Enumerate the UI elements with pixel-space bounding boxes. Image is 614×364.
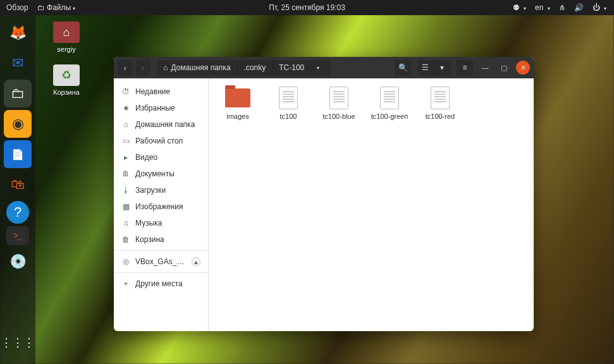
sidebar-item-label: Видео — [135, 153, 157, 162]
plus-icon: + — [121, 279, 130, 288]
sidebar-item-label: VBox_GAs_… — [135, 257, 184, 266]
file-item[interactable]: tc100-blue — [315, 87, 363, 120]
show-applications[interactable]: ⋮⋮⋮ — [4, 329, 32, 356]
dock-software[interactable]: 🛍 — [4, 171, 32, 198]
accessibility-icon[interactable]: ⚉ ▾ — [513, 3, 526, 12]
text-file-icon — [427, 87, 453, 109]
dock-files[interactable]: 🗀 — [4, 80, 32, 107]
search-button[interactable]: 🔍 — [395, 60, 411, 75]
file-label: tc100-green — [365, 112, 414, 120]
sidebar-home[interactable]: ⌂Домашняя папка — [114, 116, 208, 133]
file-manager-window: ‹ › ⌂Домашняя папка .conky TC-100 ▾ 🔍 ☰ … — [114, 57, 534, 331]
sidebar-starred[interactable]: ★Избранные — [114, 100, 208, 116]
chevron-down-icon: ▾ — [317, 65, 319, 71]
text-file-icon — [326, 87, 352, 109]
breadcrumb-current[interactable]: TC-100 ▾ — [273, 60, 331, 75]
desktop-home-folder[interactable]: ⌂ sergiy — [44, 21, 89, 53]
maximize-button[interactable]: ▢ — [497, 61, 511, 75]
file-grid[interactable]: images tc100 tc100-blue tc100-green tc10… — [209, 78, 534, 331]
home-folder-icon: ⌂ — [53, 21, 80, 43]
sidebar-downloads[interactable]: ⭳Загрузки — [114, 182, 208, 198]
desktop-icon-label: sergiy — [44, 46, 89, 53]
text-file-icon — [275, 87, 302, 109]
sidebar-item-label: Изображения — [135, 202, 183, 211]
sidebar-item-label: Документы — [135, 169, 175, 178]
file-label: tc100 — [264, 112, 312, 120]
power-icon[interactable]: ⏻ ▾ — [593, 3, 606, 12]
file-item[interactable]: tc100 — [264, 87, 312, 120]
folder-icon: 🗀 — [37, 3, 47, 12]
sidebar-item-label: Домашняя папка — [135, 120, 195, 129]
sidebar-documents[interactable]: 🗎Документы — [114, 166, 208, 182]
dock-terminal[interactable]: >_ — [6, 226, 29, 245]
sidebar-trash[interactable]: 🗑Корзина — [114, 231, 208, 248]
desktop-icons: ⌂ sergiy ♻ Корзина — [44, 21, 89, 107]
sidebar-item-label: Рабочий стол — [135, 136, 183, 145]
breadcrumb: ⌂Домашняя папка .conky TC-100 ▾ — [157, 60, 331, 75]
sidebar-recent[interactable]: ⏱Недавние — [114, 83, 208, 100]
dock-writer[interactable]: 📄 — [4, 140, 32, 168]
minimize-button[interactable]: — — [478, 61, 492, 75]
dock-help[interactable]: ? — [6, 201, 29, 224]
sidebar-item-label: Корзина — [135, 235, 164, 244]
sidebar-item-label: Загрузки — [135, 186, 166, 195]
folder-icon — [224, 87, 251, 109]
sidebar-item-label: Музыка — [135, 219, 162, 228]
breadcrumb-segment[interactable]: .conky — [238, 60, 273, 75]
activities-button[interactable]: Обзор — [6, 3, 28, 12]
video-icon: ▸ — [121, 153, 130, 162]
sidebar-mount[interactable]: ◎VBox_GAs_… ▲ — [114, 253, 208, 270]
view-options-button[interactable]: ▾ — [434, 60, 450, 75]
dock-thunderbird[interactable]: ✉ — [4, 49, 32, 77]
music-icon: ♫ — [121, 219, 130, 228]
file-label: tc100-red — [416, 112, 464, 120]
home-icon: ⌂ — [163, 63, 168, 72]
dock: 🦊 ✉ 🗀 ◉ 📄 🛍 ? >_ 💿 ⋮⋮⋮ — [0, 15, 35, 364]
file-label: images — [214, 112, 262, 120]
network-icon[interactable]: ⋔ — [559, 3, 565, 12]
volume-icon[interactable]: 🔊 — [574, 3, 584, 12]
hamburger-menu[interactable]: ≡ — [457, 60, 473, 75]
disc-icon: ◎ — [121, 257, 130, 266]
download-icon: ⭳ — [121, 186, 130, 195]
folder-item[interactable]: images — [214, 87, 262, 120]
sidebar-item-label: Другие места — [135, 279, 183, 288]
document-icon: 🗎 — [121, 169, 130, 178]
close-button[interactable]: ✕ — [516, 61, 530, 75]
dock-rhythmbox[interactable]: ◉ — [4, 110, 32, 138]
trash-icon: 🗑 — [121, 235, 130, 244]
sidebar: ⏱Недавние ★Избранные ⌂Домашняя папка ▭Ра… — [114, 78, 209, 331]
view-list-button[interactable]: ☰ — [417, 60, 434, 75]
desktop-trash[interactable]: ♻ Корзина — [44, 64, 89, 96]
nav-forward-button[interactable]: › — [135, 60, 150, 75]
separator — [114, 272, 208, 273]
app-menu[interactable]: 🗀 Файлы▾ — [37, 3, 75, 12]
desktop-icon: ▭ — [121, 136, 130, 145]
sidebar-item-label: Недавние — [135, 87, 170, 96]
eject-button[interactable]: ▲ — [192, 257, 200, 266]
nav-back-button[interactable]: ‹ — [118, 60, 133, 75]
clock-icon: ⏱ — [121, 87, 130, 96]
sidebar-videos[interactable]: ▸Видео — [114, 149, 208, 166]
keyboard-layout[interactable]: en ▾ — [535, 3, 550, 12]
sidebar-other-places[interactable]: +Другие места — [114, 276, 208, 292]
pictures-icon: ▦ — [121, 202, 130, 211]
home-icon: ⌂ — [121, 120, 130, 129]
star-icon: ★ — [121, 104, 130, 112]
sidebar-music[interactable]: ♫Музыка — [114, 215, 208, 231]
sidebar-item-label: Избранные — [135, 104, 175, 112]
file-item[interactable]: tc100-red — [416, 87, 464, 120]
breadcrumb-home[interactable]: ⌂Домашняя папка — [157, 60, 238, 75]
dock-firefox[interactable]: 🦊 — [4, 19, 32, 47]
trash-icon: ♻ — [53, 64, 80, 86]
desktop-icon-label: Корзина — [44, 88, 89, 96]
chevron-down-icon: ▾ — [73, 6, 75, 11]
sidebar-desktop[interactable]: ▭Рабочий стол — [114, 133, 208, 149]
titlebar[interactable]: ‹ › ⌂Домашняя папка .conky TC-100 ▾ 🔍 ☰ … — [114, 57, 534, 78]
separator — [114, 250, 208, 251]
clock[interactable]: Пт, 25 сентября 19:03 — [269, 3, 345, 12]
dock-disc[interactable]: 💿 — [4, 248, 32, 276]
file-item[interactable]: tc100-green — [365, 87, 414, 120]
sidebar-pictures[interactable]: ▦Изображения — [114, 198, 208, 215]
text-file-icon — [376, 87, 403, 109]
